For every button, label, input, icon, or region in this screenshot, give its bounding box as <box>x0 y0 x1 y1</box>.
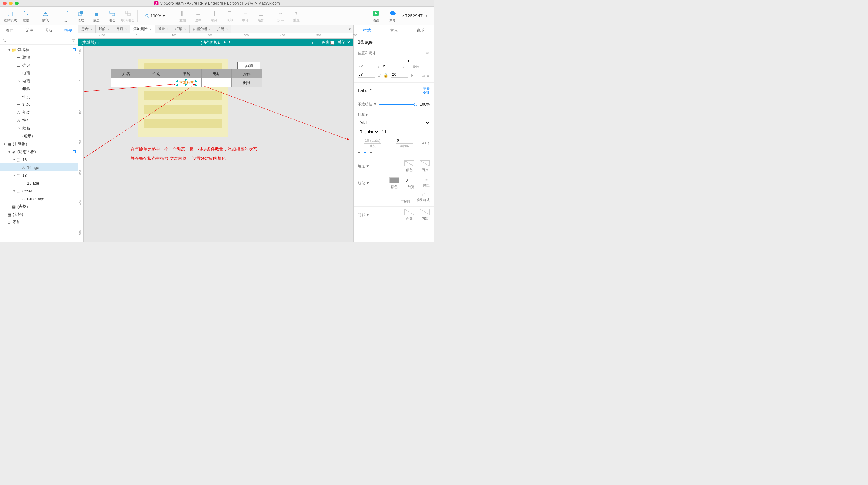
outline-item[interactable]: ▭取消 <box>0 54 78 61</box>
outline-item[interactable]: ▭确定 <box>0 61 78 69</box>
doc-tab[interactable]: 框架× <box>172 25 189 33</box>
fill-image-swatch[interactable] <box>420 161 430 167</box>
dist-v-button[interactable]: ⇕垂直 <box>289 9 304 23</box>
outline-item[interactable]: A性别 <box>0 116 78 124</box>
align-right-button[interactable]: ▐右侧 <box>207 9 221 23</box>
dp-close[interactable]: 关闭 <box>338 40 346 45</box>
outline-item[interactable]: A电话 <box>0 77 78 85</box>
visibility-icon[interactable]: 👁 <box>426 51 430 56</box>
outline-item[interactable]: ▼⬚18 <box>0 171 78 179</box>
zoom-control[interactable]: 100% ▼ <box>145 13 165 19</box>
tab-interact[interactable]: 交互 <box>380 25 407 36</box>
opacity-slider[interactable] <box>379 104 417 105</box>
tab-page[interactable]: 页面 <box>0 25 20 36</box>
style-name[interactable]: Label* <box>358 88 371 93</box>
close-tab-icon[interactable]: × <box>90 27 92 31</box>
valign-mid-icon[interactable]: ═ <box>421 151 424 155</box>
align-right-icon[interactable]: ≡ <box>370 151 372 155</box>
doc-tab[interactable]: 添加删除× <box>130 25 155 33</box>
doc-tab[interactable]: 登录× <box>155 25 172 33</box>
align-bottom-button[interactable]: ▁底部 <box>254 9 268 23</box>
age-cell[interactable]: 文本标签 <box>172 79 202 87</box>
outline-item[interactable]: ▭电话 <box>0 69 78 77</box>
close-tab-icon[interactable]: × <box>125 27 127 31</box>
size-input[interactable] <box>381 129 433 135</box>
outline-item[interactable]: ◇添加 <box>0 218 78 226</box>
search-icon[interactable] <box>2 38 7 42</box>
weight-select[interactable]: Regular <box>358 129 379 135</box>
dp-state-select[interactable]: 16 <box>222 40 226 45</box>
insert-button[interactable]: 插入 <box>38 9 53 23</box>
outline-item[interactable]: ▼📁弹出框 <box>0 46 78 54</box>
send-back-button[interactable]: 底层 <box>89 9 104 23</box>
tab-outline[interactable]: 概要 <box>59 25 78 36</box>
outline-item[interactable]: ▭姓名 <box>0 101 78 109</box>
rot-input[interactable] <box>407 58 424 64</box>
outline-item[interactable]: ▼◈(动态面板) <box>0 148 78 155</box>
align-middle-button[interactable]: ─中部 <box>238 9 253 23</box>
outline-item[interactable]: ▦(表格) <box>0 203 78 210</box>
doc-tab[interactable]: 首页× <box>113 25 130 33</box>
delete-button[interactable]: 删除 <box>232 79 262 87</box>
connect-button[interactable]: 连接 <box>19 9 33 23</box>
share-button[interactable]: 共享 <box>385 9 400 23</box>
align-top-button[interactable]: ▔顶部 <box>222 9 237 23</box>
point-button[interactable]: 点 <box>58 9 72 23</box>
tab-widget[interactable]: 元件 <box>20 25 39 36</box>
element-name[interactable]: 16.age <box>353 36 434 48</box>
outline-item[interactable]: ▼▦(中继器) <box>0 140 78 148</box>
visibility-box[interactable] <box>401 192 410 198</box>
w-input[interactable] <box>358 72 375 78</box>
canvas[interactable]: 添加 姓名性别年龄电话操作 文本标签 <box>84 47 353 242</box>
select-mode-button[interactable]: 选择模式 <box>3 9 18 23</box>
dp-isolate[interactable]: 隔离 <box>321 40 330 45</box>
bring-front-button[interactable]: 顶层 <box>73 9 88 23</box>
y-input[interactable] <box>383 63 400 69</box>
outline-item[interactable]: ▦(表格) <box>0 210 78 218</box>
outline-item[interactable]: AOther.age <box>0 195 78 203</box>
account-name[interactable]: 47262947 <box>402 13 423 19</box>
outline-item[interactable]: A16.age <box>0 164 78 171</box>
align-left-icon[interactable]: ≡ <box>358 151 360 155</box>
doc-tab[interactable]: 功能介绍× <box>190 25 214 33</box>
doc-tab[interactable]: 患者× <box>79 25 96 33</box>
align-center-icon[interactable]: ≡ <box>364 151 366 155</box>
maximize-window[interactable] <box>15 1 19 5</box>
close-tab-icon[interactable]: × <box>226 27 228 31</box>
close-tab-icon[interactable]: × <box>150 27 151 31</box>
add-button[interactable]: 添加 <box>238 61 260 70</box>
x-input[interactable] <box>358 63 375 69</box>
h-input[interactable] <box>391 72 408 78</box>
close-tab-icon[interactable]: × <box>167 27 169 31</box>
doc-tab[interactable]: 我的× <box>96 25 113 33</box>
tab-style[interactable]: 样式 <box>353 25 380 36</box>
outline-item[interactable]: ▭(矩形) <box>0 132 78 140</box>
outline-item[interactable]: ▼⬚Other <box>0 187 78 195</box>
valign-bot-icon[interactable]: ═ <box>427 151 430 155</box>
ungroup-button[interactable]: 取消组合 <box>121 9 135 23</box>
border-width-input[interactable] <box>405 177 417 183</box>
filter-icon[interactable] <box>71 38 76 42</box>
group-button[interactable]: 组合 <box>105 9 119 23</box>
outline-item[interactable]: A姓名 <box>0 124 78 132</box>
fill-color-swatch[interactable] <box>404 161 414 167</box>
outline-item[interactable]: ▼⬚16 <box>0 155 78 164</box>
shadow-in[interactable] <box>420 209 430 215</box>
close-tab-icon[interactable]: × <box>209 27 211 31</box>
font-select[interactable]: Arial <box>358 119 430 126</box>
dist-h-button[interactable]: ⇔水平 <box>273 9 288 23</box>
minimize-window[interactable] <box>9 1 13 5</box>
outline-item[interactable]: A年龄 <box>0 109 78 116</box>
tab-notes[interactable]: 说明 <box>407 25 434 36</box>
outline-item[interactable]: ▭年龄 <box>0 85 78 93</box>
lock-icon[interactable]: 🔒 <box>383 73 388 78</box>
tab-master[interactable]: 母版 <box>39 25 59 36</box>
close-tab-icon[interactable]: × <box>184 27 186 31</box>
preview-button[interactable]: 预览 <box>369 9 383 23</box>
align-left-button[interactable]: ▌左侧 <box>176 9 190 23</box>
valign-top-icon[interactable]: ═ <box>414 151 417 155</box>
shadow-out[interactable] <box>404 209 414 215</box>
dp-next[interactable]: › <box>316 40 318 45</box>
border-color-swatch[interactable] <box>390 177 399 183</box>
align-center-button[interactable]: ▬居中 <box>191 9 206 23</box>
